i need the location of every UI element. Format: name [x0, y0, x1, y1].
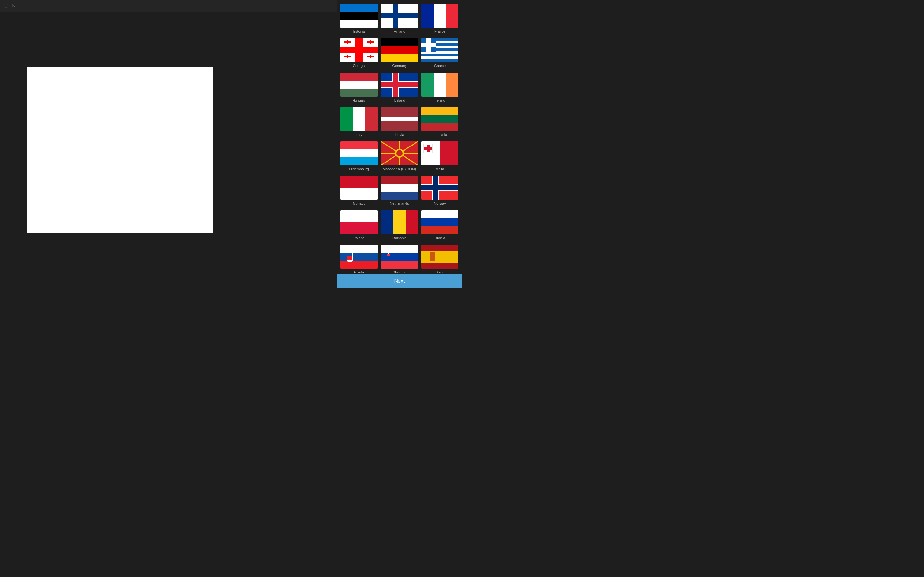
country-item-hungary[interactable]: Hungary: [339, 71, 379, 105]
country-item-luxembourg[interactable]: Luxembourg: [339, 140, 379, 173]
flag-luxembourg: [341, 141, 378, 165]
country-label-greece: Greece: [434, 63, 446, 68]
svg-rect-46: [446, 73, 459, 97]
flag-germany: [381, 38, 418, 62]
country-label-netherlands: Netherlands: [390, 201, 409, 205]
flag-lithuania: [421, 107, 459, 131]
white-canvas: [27, 67, 213, 234]
svg-rect-112: [421, 263, 459, 269]
svg-rect-94: [421, 226, 459, 234]
svg-rect-47: [341, 107, 353, 131]
country-label-georgia: Georgia: [352, 63, 365, 68]
svg-rect-31: [421, 56, 459, 59]
country-item-slovenia[interactable]: Slovenia: [380, 243, 419, 274]
country-item-malta[interactable]: Malta: [420, 140, 459, 173]
country-item-slovakia[interactable]: Slovakia: [339, 243, 379, 274]
flag-finland: [381, 4, 418, 28]
country-item-russia[interactable]: Russia: [420, 209, 459, 242]
svg-rect-35: [426, 38, 431, 52]
country-item-monaco[interactable]: Monaco: [339, 174, 379, 207]
svg-rect-1: [341, 12, 378, 20]
country-label-finland: Finland: [394, 29, 405, 34]
country-item-estonia[interactable]: Estonia: [339, 3, 379, 35]
flag-malta: [421, 141, 459, 165]
svg-rect-8: [446, 4, 459, 28]
country-item-italy[interactable]: Italy: [339, 106, 379, 139]
svg-rect-19: [370, 55, 371, 58]
svg-rect-111: [421, 251, 459, 263]
flag-macedonia: [381, 141, 418, 165]
svg-rect-87: [341, 210, 378, 222]
country-item-spain[interactable]: Spain: [420, 243, 459, 274]
svg-rect-15: [370, 40, 371, 44]
svg-rect-11: [355, 38, 363, 62]
flag-iceland: [381, 73, 418, 97]
country-item-iceland[interactable]: Iceland: [380, 71, 419, 105]
svg-rect-86: [433, 176, 438, 200]
country-label-poland: Poland: [354, 235, 365, 240]
svg-rect-100: [347, 253, 352, 256]
svg-rect-7: [434, 4, 446, 28]
country-grid-scroll[interactable]: Estonia Finland France: [337, 0, 462, 274]
svg-rect-56: [341, 141, 378, 149]
country-label-russia: Russia: [435, 235, 445, 240]
country-label-monaco: Monaco: [352, 201, 365, 205]
svg-rect-54: [421, 115, 459, 123]
svg-rect-72: [421, 141, 440, 165]
svg-rect-58: [341, 157, 378, 165]
country-item-lithuania[interactable]: Lithuania: [420, 106, 459, 139]
svg-rect-43: [393, 73, 398, 97]
flag-ireland: [421, 73, 459, 97]
country-label-norway: Norway: [434, 201, 446, 205]
country-label-luxembourg: Luxembourg: [349, 167, 368, 171]
svg-rect-103: [381, 253, 418, 261]
flag-slovenia: [381, 245, 418, 269]
svg-rect-13: [347, 40, 348, 44]
flag-monaco: [341, 176, 378, 200]
app-title: Ts: [11, 3, 15, 8]
country-item-netherlands[interactable]: Netherlands: [380, 174, 419, 207]
country-item-germany[interactable]: Germany: [380, 37, 419, 70]
flag-norway: [421, 176, 459, 200]
svg-rect-113: [430, 251, 435, 261]
flag-poland: [341, 210, 378, 234]
svg-rect-91: [405, 210, 418, 234]
country-item-poland[interactable]: Poland: [339, 209, 379, 242]
svg-rect-78: [341, 187, 378, 200]
country-label-slovakia: Slovakia: [352, 270, 366, 274]
svg-rect-77: [341, 176, 378, 187]
country-item-georgia[interactable]: Georgia: [339, 37, 379, 70]
svg-rect-2: [341, 20, 378, 28]
flag-georgia: [341, 38, 378, 62]
svg-rect-6: [421, 4, 434, 28]
flag-netherlands: [381, 176, 418, 200]
country-item-latvia[interactable]: Latvia: [380, 106, 419, 139]
svg-rect-96: [341, 253, 378, 261]
country-item-ireland[interactable]: Ireland: [420, 71, 459, 105]
country-grid: Estonia Finland France: [339, 3, 459, 274]
flag-france: [421, 4, 459, 28]
svg-rect-21: [381, 46, 418, 54]
svg-rect-44: [421, 73, 434, 97]
flag-russia: [421, 210, 459, 234]
country-item-romania[interactable]: Romania: [380, 209, 419, 242]
country-item-macedonia[interactable]: Macedonia (FYROM): [380, 140, 419, 173]
country-label-latvia: Latvia: [395, 132, 404, 137]
country-item-france[interactable]: France: [420, 3, 459, 35]
svg-rect-17: [347, 55, 348, 58]
country-item-norway[interactable]: Norway: [420, 174, 459, 207]
svg-rect-109: [387, 254, 390, 256]
country-label-ireland: Ireland: [435, 98, 445, 103]
next-button[interactable]: Next: [337, 274, 462, 288]
country-item-greece[interactable]: Greece: [420, 37, 459, 70]
svg-rect-93: [421, 218, 459, 226]
svg-rect-90: [393, 210, 405, 234]
svg-rect-88: [341, 222, 378, 234]
svg-rect-22: [381, 54, 418, 62]
country-item-finland[interactable]: Finland: [380, 3, 419, 35]
svg-rect-101: [347, 256, 352, 259]
svg-rect-53: [421, 107, 459, 115]
svg-rect-38: [341, 89, 378, 97]
svg-rect-49: [365, 107, 378, 131]
country-label-germany: Germany: [392, 63, 407, 68]
